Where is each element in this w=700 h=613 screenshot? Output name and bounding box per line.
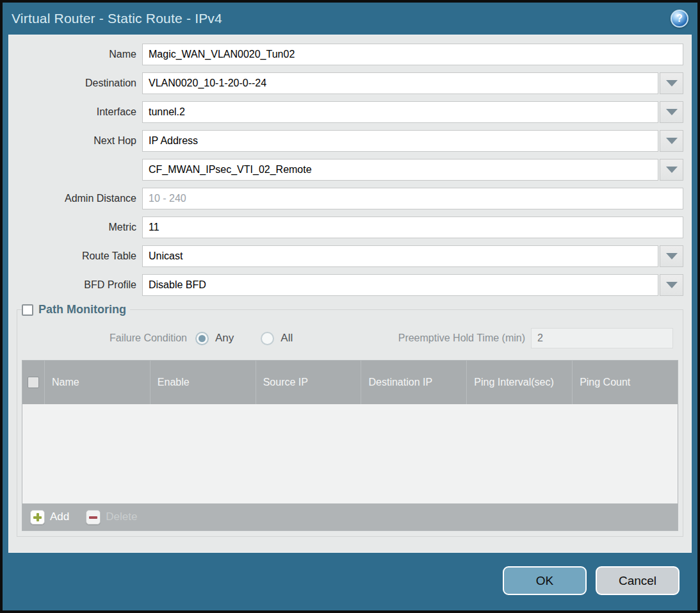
next-hop-address-dropdown-button[interactable]: [660, 159, 683, 181]
preemptive-hold-input[interactable]: [531, 328, 673, 348]
metric-input[interactable]: [142, 217, 683, 238]
failure-any-label: Any: [215, 332, 234, 345]
failure-all-radio[interactable]: [261, 332, 274, 345]
admin-distance-input[interactable]: [142, 188, 683, 209]
delete-button[interactable]: Delete: [86, 510, 137, 525]
dialog-footer: OK Cancel: [503, 566, 680, 595]
column-header-source-ip[interactable]: Source IP: [256, 361, 362, 404]
next-hop-address-input[interactable]: [142, 159, 658, 181]
chevron-down-icon: [666, 80, 678, 86]
next-hop-address-row: [17, 159, 683, 181]
help-icon-glyph: ?: [676, 13, 683, 24]
failure-all-label: All: [281, 332, 293, 345]
static-route-dialog: Virtual Router - Static Route - IPv4 ? N…: [0, 0, 700, 613]
delete-icon: [86, 510, 101, 525]
name-row: Name: [17, 44, 683, 65]
destination-input[interactable]: [142, 72, 658, 94]
path-monitoring-title: Path Monitoring: [38, 303, 126, 316]
column-header-ping-interval[interactable]: Ping Interval(sec): [467, 361, 573, 404]
chevron-down-icon: [666, 167, 678, 173]
column-header-enable[interactable]: Enable: [151, 361, 256, 404]
chevron-down-icon: [666, 138, 678, 144]
next-hop-row: Next Hop: [17, 130, 683, 152]
route-table-dropdown-button[interactable]: [660, 245, 683, 267]
route-table-input[interactable]: [142, 245, 658, 267]
ok-button[interactable]: OK: [503, 566, 587, 595]
interface-input[interactable]: [142, 101, 658, 123]
interface-row: Interface: [17, 101, 683, 123]
help-icon[interactable]: ?: [671, 10, 688, 28]
path-monitoring-table: Name Enable Source IP Destination IP Pin…: [22, 360, 678, 531]
select-all-checkbox[interactable]: [28, 377, 39, 388]
metric-label: Metric: [17, 222, 142, 233]
destination-row: Destination: [17, 72, 683, 94]
preemptive-hold-label: Preemptive Hold Time (min): [398, 332, 525, 344]
interface-label: Interface: [17, 106, 142, 118]
add-button-label: Add: [50, 511, 69, 523]
chevron-down-icon: [666, 253, 678, 259]
table-toolbar: Add Delete: [22, 503, 678, 530]
destination-label: Destination: [17, 78, 142, 89]
admin-distance-label: Admin Distance: [17, 193, 142, 204]
name-label: Name: [17, 49, 142, 60]
dialog-title: Virtual Router - Static Route - IPv4: [12, 11, 222, 26]
dialog-content: Name Destination Interface: [8, 35, 692, 553]
bfd-profile-label: BFD Profile: [17, 279, 142, 291]
column-header-destination-ip[interactable]: Destination IP: [361, 361, 467, 404]
admin-distance-row: Admin Distance: [17, 188, 683, 209]
column-header-ping-count[interactable]: Ping Count: [573, 361, 678, 404]
bfd-profile-dropdown-button[interactable]: [660, 274, 683, 296]
radio-dot: [264, 335, 271, 342]
destination-dropdown-button[interactable]: [660, 72, 683, 94]
chevron-down-icon: [666, 282, 678, 288]
column-header-name[interactable]: Name: [45, 361, 151, 404]
metric-row: Metric: [17, 217, 683, 238]
delete-button-label: Delete: [106, 511, 137, 523]
route-table-row: Route Table: [17, 245, 683, 267]
next-hop-label: Next Hop: [17, 135, 142, 147]
failure-any-radio[interactable]: [195, 332, 209, 345]
path-monitoring-section: Path Monitoring Failure Condition Any Al…: [17, 303, 683, 537]
bfd-profile-row: BFD Profile: [17, 274, 683, 296]
add-icon: [30, 510, 45, 525]
select-all-cell: [22, 361, 45, 404]
next-hop-type-dropdown-button[interactable]: [660, 130, 683, 152]
cancel-button[interactable]: Cancel: [596, 566, 680, 595]
name-input[interactable]: [142, 44, 683, 65]
failure-condition-label: Failure Condition: [22, 332, 187, 344]
path-monitoring-checkbox[interactable]: [22, 304, 33, 316]
radio-dot: [199, 335, 206, 342]
dialog-titlebar: Virtual Router - Static Route - IPv4: [3, 3, 697, 35]
bfd-profile-input[interactable]: [142, 274, 658, 296]
path-monitoring-legend: Path Monitoring: [22, 303, 130, 316]
next-hop-type-input[interactable]: [142, 130, 658, 152]
interface-dropdown-button[interactable]: [660, 101, 683, 123]
table-header: Name Enable Source IP Destination IP Pin…: [22, 361, 678, 404]
chevron-down-icon: [666, 109, 678, 115]
table-body-empty: [22, 404, 678, 503]
route-table-label: Route Table: [17, 250, 142, 262]
add-button[interactable]: Add: [30, 510, 69, 525]
failure-condition-row: Failure Condition Any All Preemptive Hol…: [22, 328, 678, 348]
